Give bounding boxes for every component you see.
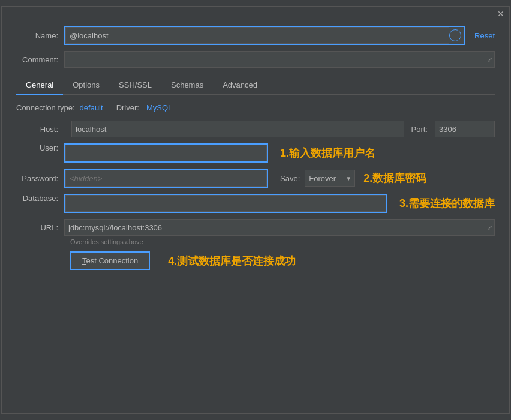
annotation-user: 1.输入数据库用户名 <box>280 146 375 160</box>
override-text: Overrides settings above <box>70 238 495 245</box>
password-label: Password: <box>16 174 64 183</box>
database-dialog: ✕ Name: Reset Comment: ⤢ General Options… <box>1 6 510 414</box>
url-expand-icon: ⤢ <box>487 224 492 232</box>
url-row: URL: ⤢ <box>16 219 495 236</box>
reset-button[interactable]: Reset <box>474 31 495 40</box>
host-row: Host: Port: <box>16 121 495 137</box>
circle-icon <box>449 29 461 41</box>
close-button[interactable]: ✕ <box>497 9 504 19</box>
host-label: Host: <box>16 125 64 134</box>
titlebar: ✕ <box>2 7 509 21</box>
password-row: Password: Save: Forever For Session Neve… <box>16 169 495 188</box>
annotation-test: 4.测试数据库是否连接成功 <box>168 254 296 268</box>
driver-value[interactable]: MySQL <box>146 103 172 112</box>
test-connection-row: Test Connection 4.测试数据库是否连接成功 <box>16 251 495 270</box>
driver-label: Driver: <box>116 103 139 112</box>
tab-general[interactable]: General <box>16 76 63 95</box>
password-input[interactable] <box>65 170 267 187</box>
tab-schemas[interactable]: Schemas <box>161 76 213 95</box>
annotation-password: 2.数据库密码 <box>363 171 426 185</box>
name-label: Name: <box>16 31 64 40</box>
tabs-bar: General Options SSH/SSL Schemas Advanced <box>16 76 495 95</box>
user-row: User: 1.输入数据库用户名 <box>16 143 495 163</box>
expand-icon: ⤢ <box>487 56 492 64</box>
name-input-wrapper <box>64 26 465 45</box>
name-input[interactable] <box>65 27 449 44</box>
annotation-database: 3.需要连接的数据库 <box>399 196 495 211</box>
tab-options[interactable]: Options <box>63 76 109 95</box>
url-input[interactable] <box>64 219 495 236</box>
password-input-wrapper <box>64 169 268 188</box>
tab-sshssl[interactable]: SSH/SSL <box>109 76 161 95</box>
comment-row: Comment: ⤢ <box>16 51 495 68</box>
name-row: Name: Reset <box>16 26 495 45</box>
url-input-wrapper: ⤢ <box>64 219 495 236</box>
host-input[interactable] <box>71 121 404 137</box>
connection-type-row: Connection type: default Driver: MySQL <box>16 103 495 112</box>
database-input-wrapper <box>64 194 387 213</box>
user-input-wrapper <box>64 143 268 163</box>
port-input[interactable] <box>435 121 495 137</box>
save-label: Save: <box>280 174 300 183</box>
test-connection-wrapper: Test Connection <box>70 251 150 270</box>
test-connection-button[interactable]: Test Connection <box>71 253 149 269</box>
save-wrap: Save: Forever For Session Never <box>280 170 355 187</box>
conn-type-label: Connection type: <box>16 103 75 112</box>
database-input[interactable] <box>65 195 386 212</box>
port-label: Port: <box>411 125 428 134</box>
save-select[interactable]: Forever For Session Never <box>305 170 355 187</box>
user-label: User: <box>16 143 64 152</box>
database-label: Database: <box>16 194 64 203</box>
user-input[interactable] <box>65 145 267 161</box>
conn-type-value[interactable]: default <box>80 103 103 112</box>
url-label: URL: <box>16 223 64 232</box>
test-underline-t: Test Connection <box>82 256 138 265</box>
comment-input[interactable] <box>64 51 495 68</box>
comment-label: Comment: <box>16 55 64 64</box>
comment-input-wrapper: ⤢ <box>64 51 495 68</box>
save-select-wrap: Forever For Session Never <box>305 170 355 187</box>
database-row: Database: 3.需要连接的数据库 <box>16 194 495 213</box>
tab-advanced[interactable]: Advanced <box>213 76 267 95</box>
